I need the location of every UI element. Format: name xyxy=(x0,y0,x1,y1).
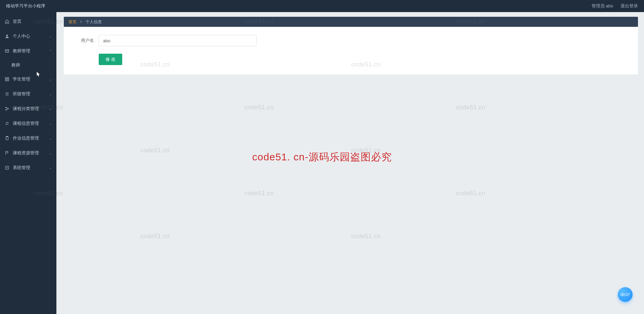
sidebar-item-label: 课程分类管理 xyxy=(13,106,39,112)
svg-point-0 xyxy=(6,35,8,36)
chevron-up-icon: ⌃ xyxy=(49,49,52,53)
sidebar-item-label: 课程信息管理 xyxy=(13,120,39,126)
grid-icon xyxy=(5,77,9,82)
admin-label[interactable]: 管理员 abo xyxy=(592,3,613,9)
sidebar-item-label: 课程资源管理 xyxy=(13,150,39,156)
sidebar-item-profile[interactable]: 个人中心 ⌄ xyxy=(0,29,56,44)
breadcrumb-current: 个人信息 xyxy=(86,19,102,25)
sidebar-item-label: 学生管理 xyxy=(13,76,30,82)
clipboard-icon xyxy=(5,136,9,141)
sidebar-item-class-mgmt[interactable]: 班级管理 ⌄ xyxy=(0,87,56,101)
sidebar: 首页 个人中心 ⌄ 教师管理 ⌃ 教师 学生管理 ⌄ 班级管理 ⌄ 课程分类管理… xyxy=(0,12,56,314)
square-dot-icon xyxy=(5,165,9,170)
breadcrumb-sep: > xyxy=(80,19,82,24)
sidebar-item-label: 教师管理 xyxy=(13,48,30,54)
chevron-down-icon: ⌄ xyxy=(49,107,52,111)
swap-icon xyxy=(5,121,9,126)
svg-point-15 xyxy=(7,167,7,168)
sidebar-item-label: 首页 xyxy=(13,18,21,24)
breadcrumb: 首页 > 个人信息 xyxy=(64,17,638,27)
flag-icon xyxy=(5,151,9,155)
username-label: 用户名 xyxy=(75,38,94,44)
chevron-down-icon: ⌄ xyxy=(49,137,52,140)
chevron-down-icon: ⌄ xyxy=(49,92,52,96)
content-area: 首页 > 个人信息 用户名 修 改 xyxy=(56,12,644,314)
timer-value: 00:07 xyxy=(620,293,630,297)
chevron-down-icon: ⌄ xyxy=(49,151,52,155)
user-icon xyxy=(5,34,9,39)
sidebar-subitem-label: 教师 xyxy=(11,62,20,68)
chevron-down-icon: ⌄ xyxy=(49,35,52,38)
svg-point-10 xyxy=(5,109,6,110)
submit-button[interactable]: 修 改 xyxy=(99,54,122,65)
timer-badge[interactable]: 00:07 xyxy=(618,287,633,302)
sidebar-item-course-info[interactable]: 课程信息管理 ⌄ xyxy=(0,116,56,131)
chevron-down-icon: ⌄ xyxy=(49,166,52,170)
chevron-down-icon: ⌄ xyxy=(49,77,52,81)
sidebar-item-homework[interactable]: 作业信息管理 ⌄ xyxy=(0,131,56,146)
logout-link[interactable]: 退出登录 xyxy=(620,3,638,9)
sidebar-subitem-teacher[interactable]: 教师 xyxy=(0,58,56,72)
sidebar-item-course-resource[interactable]: 课程资源管理 ⌄ xyxy=(0,146,56,160)
sidebar-item-label: 班级管理 xyxy=(13,91,30,97)
username-input[interactable] xyxy=(99,35,257,46)
sidebar-item-teacher-mgmt[interactable]: 教师管理 ⌃ xyxy=(0,44,56,58)
sidebar-item-label: 系统管理 xyxy=(13,165,30,171)
home-icon xyxy=(5,19,9,24)
top-bar: 移动学习平台小程序 管理员 abo 退出登录 xyxy=(0,0,644,12)
sidebar-item-system[interactable]: 系统管理 ⌄ xyxy=(0,160,56,175)
svg-rect-2 xyxy=(5,77,7,79)
sidebar-item-home[interactable]: 首页 xyxy=(0,14,56,29)
svg-rect-3 xyxy=(7,77,9,79)
svg-rect-5 xyxy=(7,80,9,81)
svg-point-11 xyxy=(8,108,8,109)
list-icon xyxy=(5,92,9,96)
breadcrumb-home[interactable]: 首页 xyxy=(68,19,77,25)
form-panel: 用户名 修 改 xyxy=(64,27,638,74)
svg-rect-4 xyxy=(5,80,7,81)
sidebar-item-label: 个人中心 xyxy=(13,33,30,39)
tree-icon xyxy=(5,106,9,111)
sidebar-item-label: 作业信息管理 xyxy=(13,135,39,141)
mail-icon xyxy=(5,49,9,53)
chevron-down-icon: ⌄ xyxy=(49,122,52,125)
app-title: 移动学习平台小程序 xyxy=(6,3,45,9)
sidebar-item-course-category[interactable]: 课程分类管理 ⌄ xyxy=(0,101,56,116)
svg-point-9 xyxy=(5,107,6,108)
sidebar-item-student-mgmt[interactable]: 学生管理 ⌄ xyxy=(0,72,56,87)
